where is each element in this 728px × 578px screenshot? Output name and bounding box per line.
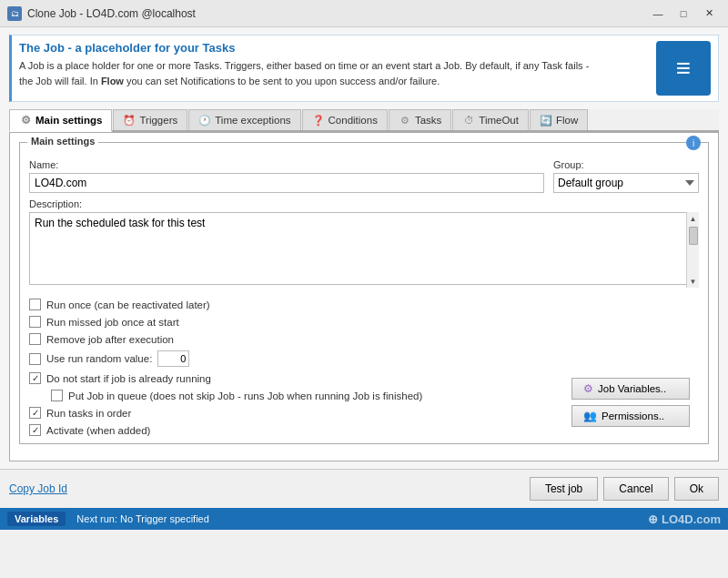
title-bar-left: 🗂 Clone Job - LO4D.com @localhost (7, 6, 196, 21)
scroll-down: ▼ (687, 275, 700, 288)
list-item: Remove job after execution (29, 333, 562, 345)
variables-icon: ⚙ (583, 382, 593, 395)
side-buttons: ⚙ Job Variables.. 👥 Permissions.. (571, 378, 690, 427)
maximize-button[interactable]: □ (672, 5, 695, 23)
list-item: Use run random value: (29, 350, 562, 367)
run-missed-label: Run missed job once at start (46, 317, 179, 328)
info-text-area: The Job - a placeholder for your Tasks A… (19, 41, 647, 96)
list-item: Do not start if job is already running (29, 372, 562, 384)
tab-main-settings-label: Main settings (35, 115, 102, 126)
tab-timeout[interactable]: ⏱ TimeOut (452, 109, 529, 130)
remove-after-label: Remove job after execution (46, 334, 174, 345)
list-item: Put Job in queue (does not skip Job - ru… (51, 390, 562, 401)
tab-timeout-label: TimeOut (479, 115, 519, 126)
list-item: Activate (when added) (29, 424, 562, 436)
job-variables-button[interactable]: ⚙ Job Variables.. (571, 378, 690, 400)
permissions-icon: 👥 (583, 410, 597, 422)
tab-main-settings[interactable]: ⚙ Main settings (9, 109, 112, 132)
tab-tasks[interactable]: ⚙ Tasks (389, 109, 451, 130)
settings-group: Main settings i Name: Group: Default gro… (19, 142, 709, 444)
not-start-running-label: Do not start if job is already running (46, 373, 211, 384)
remove-after-checkbox[interactable] (29, 333, 41, 345)
group-legend: Main settings (27, 136, 98, 147)
scroll-thumb (689, 227, 698, 245)
question-icon: ❓ (312, 114, 325, 127)
info-description: A Job is a place holder for one or more … (19, 58, 647, 88)
cog-icon: ⚙ (399, 114, 411, 127)
description-label: Description: (29, 198, 699, 209)
group-select[interactable]: Default group (553, 173, 699, 193)
group-field-col: Group: Default group (553, 159, 699, 193)
run-once-checkbox[interactable] (29, 299, 41, 310)
ok-button[interactable]: Ok (674, 477, 719, 501)
info-title: The Job - a placeholder for your Tasks (19, 41, 647, 55)
list-item: Run tasks in order (29, 407, 562, 419)
put-in-queue-label: Put Job in queue (does not skip Job - ru… (68, 390, 422, 401)
app-icon: 🗂 (7, 6, 22, 21)
tab-tasks-label: Tasks (415, 115, 441, 126)
group-label: Group: (553, 159, 699, 170)
window-controls: — □ ✕ (646, 5, 721, 23)
description-col: Description: Run the scheduled task for … (29, 198, 699, 288)
permissions-label: Permissions.. (602, 411, 664, 421)
scroll-up: ▲ (687, 212, 700, 225)
scrollbar: ▲ ▼ (686, 212, 699, 288)
tab-flow-label: Flow (556, 115, 578, 126)
checkboxes-and-buttons: Run once (can be reactivated later) Run … (29, 295, 699, 436)
name-group-row: Name: Group: Default group (29, 159, 699, 193)
permissions-button[interactable]: 👥 Permissions.. (571, 405, 690, 427)
title-bar: 🗂 Clone Job - LO4D.com @localhost — □ ✕ (0, 0, 728, 27)
timer-icon: ⏱ (462, 114, 475, 127)
put-in-queue-checkbox[interactable] (51, 390, 63, 401)
main-content: The Job - a placeholder for your Tasks A… (0, 27, 728, 469)
time-icon: 🕐 (198, 114, 211, 127)
copy-job-id-link[interactable]: Copy Job Id (9, 482, 67, 495)
textarea-wrapper: Run the scheduled task for this test ▲ ▼ (29, 212, 699, 288)
minimize-button[interactable]: — (646, 5, 670, 23)
tab-flow[interactable]: 🔄 Flow (530, 109, 588, 130)
bottom-bar: Copy Job Id Test job Cancel Ok (0, 469, 728, 508)
run-once-label: Run once (can be reactivated later) (46, 299, 210, 310)
name-input[interactable] (29, 173, 544, 193)
job-variables-label: Job Variables.. (598, 383, 666, 394)
run-in-order-label: Run tasks in order (46, 408, 131, 419)
run-missed-checkbox[interactable] (29, 316, 41, 328)
tab-time-exceptions-label: Time exceptions (215, 115, 290, 126)
random-value-checkbox[interactable] (29, 353, 41, 365)
next-run-text: Next run: No Trigger specified (76, 513, 209, 524)
tab-conditions[interactable]: ❓ Conditions (302, 109, 388, 130)
clock-icon: ⏰ (123, 114, 136, 127)
list-item: Run once (can be reactivated later) (29, 299, 562, 310)
variables-badge[interactable]: Variables (7, 512, 66, 526)
description-input[interactable]: Run the scheduled task for this test (29, 212, 699, 285)
window-title: Clone Job - LO4D.com @localhost (27, 7, 196, 20)
bottom-left: Copy Job Id (9, 482, 524, 495)
info-badge: i (686, 136, 701, 150)
info-bar: The Job - a placeholder for your Tasks A… (9, 35, 719, 102)
tab-triggers[interactable]: ⏰ Triggers (113, 109, 187, 130)
test-job-button[interactable]: Test job (530, 477, 598, 501)
close-button[interactable]: ✕ (697, 5, 721, 23)
tab-conditions-label: Conditions (329, 115, 378, 126)
list-item: Run missed job once at start (29, 316, 562, 328)
status-bar: Variables Next run: No Trigger specified… (0, 508, 728, 530)
activate-checkbox[interactable] (29, 424, 41, 436)
name-field-col: Name: (29, 159, 544, 193)
run-in-order-checkbox[interactable] (29, 407, 41, 419)
main-settings-panel: Main settings i Name: Group: Default gro… (9, 132, 719, 461)
tab-triggers-label: Triggers (139, 115, 177, 126)
activate-label: Activate (when added) (46, 425, 150, 436)
cancel-button[interactable]: Cancel (603, 477, 668, 501)
tab-bar: ⚙ Main settings ⏰ Triggers 🕐 Time except… (9, 109, 719, 132)
name-label: Name: (29, 159, 544, 170)
gear-icon: ⚙ (19, 114, 32, 127)
app-logo-icon: ≡ (656, 41, 711, 96)
tab-time-exceptions[interactable]: 🕐 Time exceptions (188, 109, 300, 130)
flow-icon: 🔄 (540, 114, 552, 127)
not-start-running-checkbox[interactable] (29, 372, 41, 384)
random-value-input[interactable] (157, 350, 189, 367)
random-value-label: Use run random value: (46, 353, 152, 364)
lo4d-logo: ⊕ LO4D.com (648, 512, 721, 526)
